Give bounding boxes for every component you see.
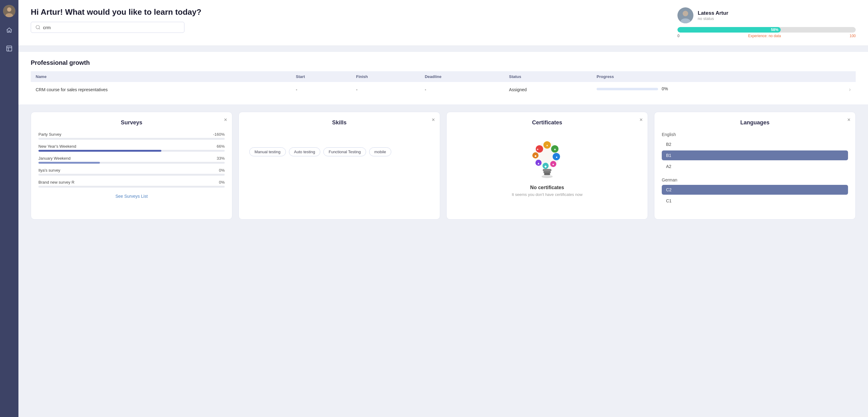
sidebar-user-avatar[interactable] [3,5,16,17]
row-progress: 0% › [592,82,856,97]
progress-max-label: 100 [849,34,856,38]
svg-point-31 [541,175,553,178]
certificates-card: Certificates × [446,112,648,219]
svg-point-9 [683,11,688,16]
search-input[interactable] [43,25,180,30]
skill-tag[interactable]: Functional Testing [323,147,366,156]
survey-item: Brand new survey R 0% [38,180,225,187]
language-level-option[interactable]: C2 [662,185,848,195]
survey-item-name: Party Survey [38,132,61,137]
no-certificates-label: No certificates [530,185,564,190]
svg-point-1 [7,7,11,12]
col-progress: Progress [592,71,856,82]
user-info: Latess Artur no status [677,7,728,23]
language-level-option[interactable]: B2 [662,139,848,149]
header-left: Hi Artur! What would you like to learn t… [31,7,677,33]
growth-table-container: Name Start Finish Deadline Status Progre… [31,71,856,97]
survey-bar-bg [38,174,225,176]
user-details: Latess Artur no status [698,10,728,21]
language-level-option[interactable]: B1 [662,150,848,160]
progress-experience-label: Experience: no data [748,34,781,38]
col-deadline: Deadline [420,71,504,82]
certificates-close-button[interactable]: × [639,117,643,123]
survey-item-name: Ilya's survey [38,168,60,173]
survey-item-percent: -160% [213,132,225,137]
surveys-title: Surveys [38,119,225,126]
search-icon [35,25,40,30]
survey-item-percent: 0% [219,168,225,173]
see-surveys-list-link[interactable]: See Surveys List [38,194,225,199]
progress-bar-container: 58% [677,27,856,33]
skills-close-button[interactable]: × [432,117,435,123]
svg-text:♥: ♥ [552,163,554,166]
svg-text:◆: ◆ [544,165,547,168]
courses-icon[interactable] [4,43,15,54]
growth-table-header: Name Start Finish Deadline Status Progre… [31,71,856,82]
sidebar [0,0,19,417]
progress-min-label: 0 [677,34,680,38]
languages-card: Languages × EnglishB2B1A2GermanC2C1 [654,112,856,219]
growth-title: Professional growth [31,59,856,66]
svg-rect-29 [544,171,551,173]
svg-text:✦: ✦ [536,148,539,151]
course-progress-bar [597,88,658,90]
svg-text:▲: ▲ [537,162,540,165]
survey-item-name: Brand new survey R [38,180,74,184]
survey-bar-bg [38,150,225,152]
svg-text:♦: ♦ [546,144,548,147]
certificates-title: Certificates [454,119,640,126]
survey-item: Party Survey -160% [38,132,225,140]
skill-tag[interactable]: mobile [369,147,391,156]
surveys-list: Party Survey -160% New Year's Weekend 66… [38,132,225,187]
skill-tag[interactable]: Auto testing [289,147,320,156]
survey-item-percent: 66% [217,144,225,149]
surveys-card: Surveys × Party Survey -160% New Year's … [31,112,232,219]
avatar [677,7,693,23]
svg-rect-30 [544,173,550,175]
svg-rect-3 [7,46,12,51]
user-status: no status [698,16,728,21]
header-section: Hi Artur! What would you like to learn t… [19,0,868,46]
surveys-close-button[interactable]: × [224,117,227,123]
col-status: Status [504,71,592,82]
growth-table-body: CRM course for sales representatives - -… [31,82,856,97]
svg-point-6 [36,26,39,29]
skills-title: Skills [246,119,432,126]
search-bar[interactable] [31,22,184,33]
bulb-icon: ✦ ♦ ★ ● ♥ ◆ ▲ ■ [529,138,565,181]
row-status: Assigned [504,82,592,97]
cards-section: Surveys × Party Survey -160% New Year's … [19,104,868,232]
progress-section: 58% 0 Experience: no data 100 [677,27,856,38]
growth-table: Name Start Finish Deadline Status Progre… [31,71,856,97]
no-certificates-sublabel: It seems you don't have certificates now [512,192,583,197]
home-icon[interactable] [4,25,15,36]
survey-bar-fill [38,162,100,164]
row-deadline: - [420,82,504,97]
svg-line-7 [39,28,40,29]
survey-item-percent: 0% [219,180,225,184]
survey-bar-bg [38,138,225,140]
language-group: EnglishB2B1A2 [662,132,848,171]
language-level-option[interactable]: C1 [662,196,848,206]
survey-bar-bg [38,162,225,164]
survey-item-name: New Year's Weekend [38,144,76,149]
survey-item: Ilya's survey 0% [38,168,225,176]
language-level-option[interactable]: A2 [662,162,848,171]
survey-item: New Year's Weekend 66% [38,144,225,152]
skills-tags: Manual testingAuto testingFunctional Tes… [246,144,432,160]
svg-text:●: ● [556,155,558,159]
progress-bar-fill: 58% [677,27,781,33]
course-progress-label: 0% [662,86,668,91]
survey-item-name: January Weekend [38,156,71,161]
language-name: English [662,132,848,137]
languages-close-button[interactable]: × [847,117,850,123]
skill-tag[interactable]: Manual testing [249,147,286,156]
col-finish: Finish [351,71,420,82]
languages-title: Languages [662,119,848,126]
col-start: Start [291,71,351,82]
languages-content: EnglishB2B1A2GermanC2C1 [662,132,848,206]
row-expand-icon[interactable]: › [849,86,851,93]
survey-bar-bg [38,186,225,187]
row-course-name: CRM course for sales representatives [31,82,291,97]
table-row[interactable]: CRM course for sales representatives - -… [31,82,856,97]
